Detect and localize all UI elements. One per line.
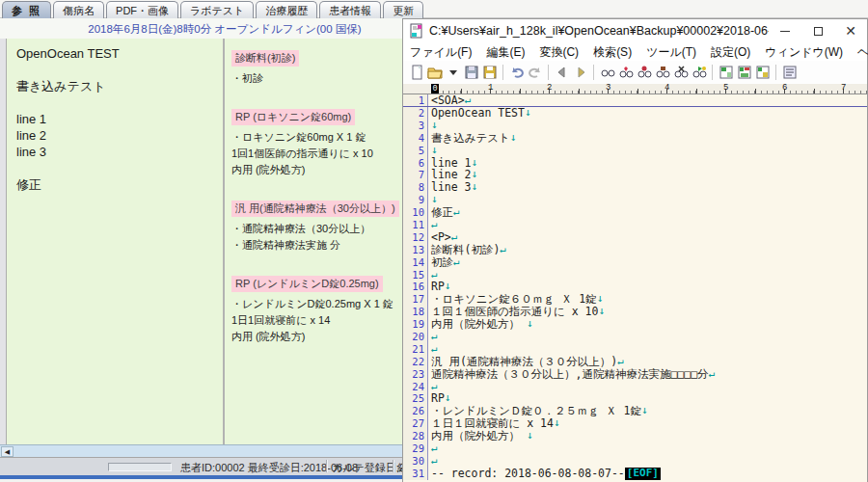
soa-line: line 2 (16, 127, 213, 144)
editor-line[interactable]: 8line 3↓ (403, 181, 867, 194)
line-text: <SOA> (428, 94, 465, 106)
menu-ツール(T)[interactable]: ツール(T) (646, 44, 696, 61)
line-number: 19 (403, 318, 428, 331)
stamp-title: RP (レンドルミンD錠0.25mg) (231, 276, 383, 292)
line-number: 20 (403, 331, 428, 343)
editor-line[interactable]: 13診断料(初診)↵ (403, 244, 867, 256)
newline-mark: ↓ (527, 318, 533, 331)
menu-設定(O)[interactable]: 設定(O) (711, 44, 750, 61)
line-text: 内用（院外処方） (428, 318, 527, 331)
tab-治療履歴[interactable]: 治療履歴 (256, 1, 317, 18)
menu-検索(S)[interactable]: 検索(S) (593, 44, 632, 61)
ruler-number: 5 (723, 83, 728, 93)
tab-ラボテスト[interactable]: ラボテスト (180, 1, 254, 18)
editor-line[interactable]: 3↓ (403, 120, 867, 132)
line-number: 12 (403, 231, 428, 244)
save-icon[interactable] (462, 64, 480, 82)
editor-line[interactable]: 11↵ (403, 219, 867, 231)
scrollbar-left-arrow-icon[interactable]: ◀ (1, 446, 14, 457)
toolbar-separator (502, 65, 503, 80)
tab-更新[interactable]: 更新 (383, 1, 423, 18)
karte-content: OpenOcean TEST 書き込みテスト line 1line 2line … (0, 39, 449, 444)
tab-参 照[interactable]: 参 照 (2, 1, 51, 18)
color-display-1-icon[interactable] (717, 64, 735, 82)
find-icon[interactable] (598, 64, 616, 82)
line-number: 6 (403, 157, 428, 170)
editor-line[interactable]: 20↵ (403, 331, 867, 343)
undo-icon[interactable] (507, 64, 526, 82)
menu-ファイル(F)[interactable]: ファイル(F) (410, 44, 472, 61)
color-display-2-icon[interactable] (735, 64, 753, 82)
newline-mark: ↓ (554, 417, 560, 430)
soa-line (16, 62, 213, 78)
editor-line[interactable]: 28内用（院外処方） ↓ (403, 430, 867, 442)
soa-line: OpenOcean TEST (16, 45, 213, 62)
editor-line[interactable]: 4書き込みテスト↓ (403, 132, 867, 145)
editor-line[interactable]: 29↵ (403, 442, 867, 455)
jump-forward-icon[interactable] (571, 64, 589, 82)
soa-line: line 3 (16, 144, 213, 160)
find-mark-icon[interactable] (653, 64, 671, 82)
status-bar: 患者ID:00002 最終受診日:2018-06-08 カルテ登録日:2018-… (0, 457, 449, 475)
left-splitter-handle[interactable] (0, 39, 7, 444)
find-favorite-icon[interactable] (616, 64, 635, 82)
soa-line (16, 94, 213, 111)
line-text: 診断料(初診) (428, 244, 500, 256)
tab-傷病名[interactable]: 傷病名 (53, 1, 104, 18)
editor-line[interactable]: 12<P>↵ (403, 231, 867, 244)
line-number: 15 (403, 269, 428, 281)
window-bottom-accent (0, 475, 449, 479)
editor-line[interactable]: 21↵ (403, 343, 867, 356)
newline-mark: ↓ (472, 181, 478, 194)
editor-line[interactable]: 30↵ (403, 455, 867, 468)
editor-line[interactable]: 14初診↵ (403, 256, 867, 269)
soa-pane[interactable]: OpenOcean TEST 書き込みテスト line 1line 2line … (7, 39, 225, 444)
tag-jump-icon[interactable] (690, 64, 708, 82)
line-number: 24 (403, 381, 428, 393)
newline-mark: ↵ (465, 94, 472, 106)
minimize-button[interactable] (769, 20, 801, 41)
new-file-icon[interactable] (407, 64, 425, 82)
stamp-title: 診断料(初診) (231, 50, 299, 67)
editor-title-path: C:¥Users¥air_h_128k_il¥OpenOcean¥Backup¥… (429, 24, 769, 38)
editor-line[interactable]: 2OpenOcean TEST↓ (403, 107, 867, 120)
editor-line[interactable]: 9↓ (403, 194, 867, 206)
editor-line[interactable]: 22汎 用(通院精神療法（３０分以上）)↵ (403, 356, 867, 368)
menu-編集(E)[interactable]: 編集(E) (486, 44, 525, 61)
line-number: 1 (403, 94, 428, 106)
editor-text[interactable]: 1<SOA>↵2OpenOcean TEST↓3↓4書き込みテスト↓5↓6lin… (403, 94, 867, 482)
editor-line[interactable]: 10修正↵ (403, 206, 867, 219)
line-number: 27 (403, 417, 428, 430)
editor-line[interactable]: 24↵ (403, 381, 867, 393)
menu-変換(C)[interactable]: 変換(C) (539, 44, 579, 61)
horizontal-scrollbar[interactable]: ◀ (0, 444, 449, 457)
color-display-3-icon[interactable] (753, 64, 772, 82)
menu-ウィンドウ(W)[interactable]: ウィンドウ(W) (765, 44, 843, 61)
outline-icon[interactable] (780, 64, 799, 82)
redo-icon[interactable] (526, 64, 544, 82)
cursor-column-marker: 0 (431, 84, 439, 94)
editor-title-bar[interactable]: C:¥Users¥air_h_128k_il¥OpenOcean¥Backup¥… (403, 19, 867, 42)
tab-PDF・画像[interactable]: PDF・画像 (106, 1, 178, 18)
editor-line[interactable]: 23通院精神療法（３０分以上）,通院精神療法実施□□□□分↵ (403, 368, 867, 381)
line-text: 汎 用(通院精神療法（３０分以上）) (428, 356, 617, 368)
jump-back-icon[interactable] (553, 64, 571, 82)
menu-ヘルプ(H)[interactable]: ヘルプ(H) (857, 44, 868, 61)
close-button[interactable]: ✕ (834, 20, 867, 41)
open-dropdown-icon[interactable] (444, 64, 462, 82)
ruler-number: 2 (547, 83, 552, 93)
document-icon (409, 23, 424, 39)
save-as-icon[interactable] (480, 64, 499, 82)
replace-icon[interactable] (635, 64, 653, 82)
line-number: 22 (403, 356, 428, 368)
editor-line[interactable]: 15↵ (403, 269, 867, 281)
editor-line[interactable]: 31-- record: 2018-06-08-08-07--[EOF] (403, 468, 867, 480)
editor-line[interactable]: 19内用（院外処方） ↓ (403, 318, 867, 331)
editor-line[interactable]: 5↓ (403, 145, 867, 157)
grep-icon[interactable] (671, 64, 690, 82)
line-text: OpenOcean TEST (428, 107, 525, 120)
status-divider (393, 460, 393, 472)
tab-患者情報[interactable]: 患者情報 (319, 1, 381, 18)
open-file-icon[interactable] (425, 64, 444, 82)
maximize-button[interactable] (801, 20, 834, 41)
